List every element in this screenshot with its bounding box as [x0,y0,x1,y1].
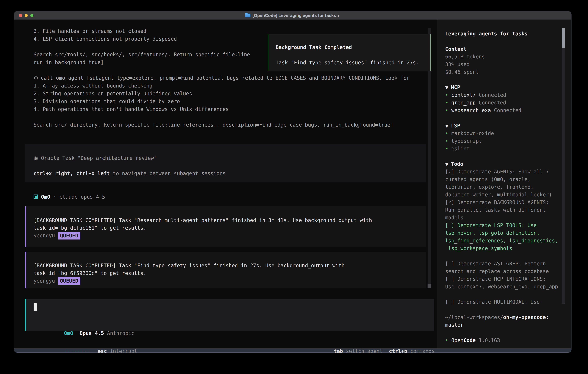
output-line: 1. Array access without bounds checking [33,82,410,90]
status-bar: ········escinterrupt tabswitch agentctrl… [33,340,435,347]
mcp-section-header[interactable]: ▼MCP [445,83,571,91]
key-tab: tab [334,348,343,353]
session-title: Leveraging agents for tasks [445,30,571,38]
workspace-path-prefix: ~/local-workspaces/ [445,314,503,320]
context-spent: $0.46 spent [445,68,571,76]
blank-line [445,329,571,337]
workspace-branch: master [445,321,571,329]
todo-item-line: [ ] Demonstrate MCP INTEGRATIONS: [445,275,571,283]
traffic-lights [19,11,33,20]
oracle-title-line: ◉ Oracle Task "Deep architecture review" [33,154,426,162]
mcp-item: •context7Connected [445,91,571,99]
message-line: task_id="bg_dcfac161" to get results. [33,224,426,232]
folder-icon [245,14,251,17]
todo-item-line: models [445,214,571,222]
fisheye-icon: ◉ [33,155,38,161]
lsp-item-name: typescript [451,138,482,144]
agent-omo-icon [33,195,38,199]
oracle-title: Oracle Task "Deep architecture review" [38,155,157,161]
oracle-task-panel: ◉ Oracle Task "Deep architecture review"… [25,144,426,182]
sidebar-scrollbar-thumb[interactable] [562,28,565,48]
todo-item-line: [✓] Demonstrate BACKGROUND AGENTS: [445,198,571,206]
agent-header: OmO · claude-opus-4-5 [33,193,105,201]
blank-line [445,38,571,45]
message-meta: yeongyuQUEUED [33,232,426,239]
todo-item-line: [ ] Demonstrate MULTIMODAL: Use [445,298,571,306]
bullet-icon: • [445,138,448,144]
blank-line [33,113,410,121]
conversation-pane: 3. File handles or streams not closed 4.… [14,20,437,348]
close-button[interactable] [19,14,22,17]
workspace-repo: oh-my-opencode: [503,314,549,320]
output-line: 3. Division operations that could divide… [33,97,410,105]
chevron-down-icon: ▼ [445,85,448,90]
lsp-item: •eslint [445,145,571,153]
output-line: 2. String operations on potentially unde… [33,90,410,97]
terminal-window: [OpenCode] Leveraging agents for tasks ◐… [14,11,571,353]
todo-item-line-active: lsp_find_references, lsp_diagnostics, [445,237,571,245]
oracle-help-text: to navigate between subagent sessions [110,170,226,176]
message-background-task-2: [BACKGROUND TASK COMPLETED] Task "Find t… [25,252,426,288]
blank-line [445,291,571,298]
todo-item-line-active: [ ] Demonstrate LSP TOOLS: Use [445,222,571,229]
chevron-down-icon: ▼ [445,124,448,128]
workspace-path: ~/local-workspaces/oh-my-opencode: [445,313,571,321]
lsp-item: •markdown-oxide [445,130,571,137]
hint-switch-agent: switch agent [346,348,383,353]
blank-line [445,114,571,122]
app-name-regular: Open [451,337,463,343]
background-task-toast[interactable]: Background Task Completed Task "Find typ… [268,34,431,71]
mcp-item-status: Connected [494,107,521,113]
toast-body: Task "Find type safety issues" finished … [276,59,430,67]
app-name-bold: Code [463,337,476,343]
prompt-input[interactable]: OmOOpus 4.5Anthropic [25,299,434,331]
message-background-task-1: [BACKGROUND TASK COMPLETED] Task "Resear… [25,206,426,247]
todo-item-line: [ ] Demonstrate AST-GREP: Pattern [445,260,571,268]
agent-model: claude-opus-4-5 [59,194,105,200]
sidebar-scrollbar[interactable] [562,28,565,304]
mcp-item-status: Connected [479,100,506,105]
maximize-button[interactable] [30,14,33,17]
todo-item-line: document-writer, multimodal-looker) [445,191,571,198]
todo-item-line: [✓] Demonstrate AGENTS: Show all 7 [445,168,571,176]
oracle-help-line: ctrl+x right, ctrl+x left to navigate be… [33,170,426,177]
key-ctrl-p: ctrl+p [389,348,407,353]
todo-item-line: curated agents (OmO, oracle, [445,176,571,183]
todo-item-line: Use context7, websearch_exa, grep_app [445,283,571,291]
input-model-name: Opus 4.5 [80,330,104,336]
bullet-icon: • [445,107,448,113]
text-cursor [33,303,37,311]
mcp-item-name: context7 [451,92,476,98]
tool-call-text: call_omo_agent [subagent_type=explore, p… [41,75,410,81]
toast-title: Background Task Completed [276,43,430,51]
output-line: Search src/ directory. Return specific f… [33,121,410,129]
bullet-icon: • [445,92,448,98]
titlebar[interactable]: [OpenCode] Leveraging agents for tasks ◐ [14,11,571,20]
lsp-heading: LSP [451,123,460,129]
output-line: 4. Path operations that don't handle Win… [33,105,410,113]
context-heading: Context [445,45,571,53]
todo-section-header[interactable]: ▼Todo [445,160,571,168]
app-version: 1.0.163 [479,337,500,343]
status-right: tabswitch agentctrl+pcommands [303,340,435,347]
message-meta: yeongyuQUEUED [33,277,426,285]
mcp-item-status: Connected [479,92,506,98]
mcp-item-name: websearch_exa [451,107,491,113]
chevron-down-icon: ▼ [445,162,448,167]
minimize-button[interactable] [25,14,28,17]
blank-line [445,153,571,160]
version-line: •OpenCode1.0.163 [445,337,571,344]
hint-commands: commands [410,348,435,353]
main-scrollbar-thumb[interactable] [428,284,431,288]
bullet-icon: • [445,130,448,136]
lsp-section-header[interactable]: ▼LSP [445,122,571,130]
lsp-item-name: markdown-oxide [451,130,494,136]
mcp-item: •grep_appConnected [445,99,571,107]
todo-item-line: Run parallel tasks with different [445,206,571,214]
hint-interrupt: interrupt [110,348,137,353]
lsp-item-name: eslint [451,146,470,152]
blank-line [445,252,571,260]
mcp-heading: MCP [451,84,460,90]
lsp-item: •typescript [445,137,571,145]
context-tokens: 66,518 tokens [445,53,571,61]
